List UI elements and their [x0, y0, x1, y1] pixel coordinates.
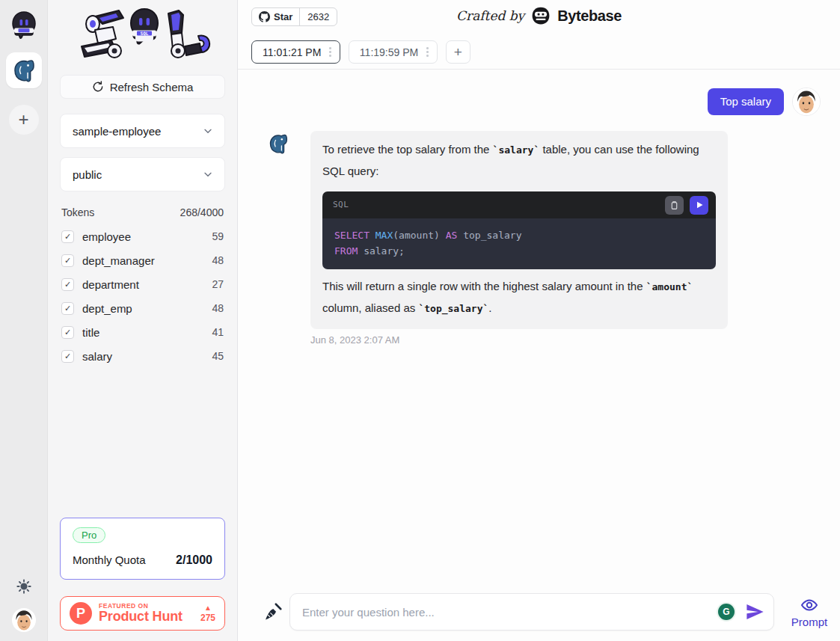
inline-code: `top_salary`: [418, 303, 488, 314]
logo-letter-s: [82, 10, 123, 58]
assistant-message-row: To retrieve the top salary from the `sal…: [268, 131, 840, 329]
rail-item-postgres-selected[interactable]: [6, 52, 42, 88]
assistant-avatar: [268, 132, 289, 153]
conversation-rail: +: [0, 0, 48, 641]
sun-icon: [16, 578, 32, 595]
connection-select-value: sample-employee: [73, 125, 202, 138]
refresh-schema-button[interactable]: Refresh Schema: [60, 75, 225, 99]
code-token: SELECT: [334, 230, 375, 241]
logo-robot-q: SQL: [131, 9, 158, 43]
assistant-intro-text: To retrieve the top salary from the `sal…: [322, 139, 716, 182]
table-token-count: 41: [212, 326, 224, 338]
code-block-body[interactable]: SELECT MAX(amount) AS top_salaryFROM sal…: [322, 218, 716, 269]
monthly-quota-value: 2/1000: [176, 553, 212, 567]
table-checkbox[interactable]: ✓: [61, 230, 74, 243]
table-checkbox[interactable]: ✓: [61, 254, 74, 267]
table-name: salary: [82, 350, 112, 363]
grammarly-icon[interactable]: G: [718, 604, 735, 620]
table-token-count: 27: [212, 278, 224, 290]
table-checkbox[interactable]: ✓: [61, 350, 74, 363]
product-hunt-upvotes: ▲ 275: [200, 604, 215, 622]
sql-chat-logo: SQL: [60, 4, 225, 67]
code-token: AS: [446, 230, 458, 241]
star-count: 2632: [299, 8, 337, 25]
conversation-tab[interactable]: 11:01:21 PM: [251, 40, 340, 64]
question-input[interactable]: [302, 606, 718, 619]
table-token-count: 59: [212, 230, 224, 242]
product-hunt-logo: P: [70, 602, 92, 625]
table-token-row: ✓salary45: [60, 344, 225, 368]
inline-code: `amount`: [646, 281, 693, 292]
table-checkbox[interactable]: ✓: [61, 278, 74, 291]
new-tab-button[interactable]: +: [446, 40, 470, 64]
sql-chat-app: +: [0, 0, 840, 641]
user-profile-avatar[interactable]: [12, 608, 36, 632]
run-query-button[interactable]: [690, 196, 708, 215]
tab-label: 11:19:59 PM: [360, 46, 418, 58]
sql-chat-bot-avatar[interactable]: [9, 10, 39, 42]
new-connection-button[interactable]: +: [9, 105, 39, 135]
chevron-down-icon: [202, 168, 214, 180]
table-name: dept_emp: [82, 302, 132, 315]
monthly-quota-label: Monthly Quota: [73, 553, 146, 566]
table-token-row: ✓department27: [60, 272, 225, 296]
connection-select[interactable]: sample-employee: [60, 114, 225, 148]
broom-icon: [263, 602, 283, 622]
bytebase-brand-name: Bytebase: [557, 7, 622, 25]
code-line: FROM salary;: [334, 243, 704, 259]
sql-code-block: SQL: [322, 191, 716, 269]
plus-icon: +: [18, 109, 28, 130]
user-message-row: Top salary: [238, 88, 821, 116]
code-token: salary;: [358, 245, 405, 257]
clear-conversation-button[interactable]: [263, 602, 283, 622]
schema-sidebar: SQL Refresh Schema: [48, 0, 238, 641]
tab-menu-icon[interactable]: [328, 45, 333, 59]
github-icon: [259, 11, 270, 22]
tab-menu-icon[interactable]: [425, 45, 430, 59]
table-token-count: 48: [212, 254, 224, 266]
crafted-by-text: Crafted by: [456, 8, 524, 23]
question-input-box: G: [289, 593, 774, 631]
topbar: Star 2632 Crafted by Bytebase: [238, 0, 840, 26]
code-token: MAX: [375, 230, 393, 241]
table-token-list: ✓employee59✓dept_manager48✓department27✓…: [60, 224, 225, 368]
table-checkbox[interactable]: ✓: [61, 302, 74, 315]
send-button[interactable]: [745, 602, 764, 622]
conversation-tab[interactable]: 11:19:59 PM: [349, 40, 438, 64]
table-token-count: 48: [212, 302, 224, 314]
theme-toggle-button[interactable]: [16, 578, 32, 595]
table-name: title: [82, 326, 99, 339]
postgresql-icon: [268, 132, 289, 155]
logo-letter-l: [168, 10, 209, 58]
inline-code: `salary`: [493, 144, 540, 156]
chat-main: Star 2632 Crafted by Bytebase 11:01:21 P…: [238, 0, 840, 641]
table-name: dept_manager: [82, 254, 155, 267]
table-token-row: ✓dept_manager48: [60, 248, 225, 272]
table-token-count: 45: [212, 350, 224, 362]
chevron-down-icon: [202, 125, 214, 137]
product-hunt-name: Product Hunt: [99, 610, 183, 624]
user-avatar: [792, 88, 821, 116]
logo-band-text: SQL: [140, 31, 148, 36]
prompt-button[interactable]: Prompt: [786, 596, 833, 628]
schema-select-value: public: [73, 168, 202, 181]
code-language-label: SQL: [333, 194, 349, 215]
composer: G Prompt: [238, 583, 840, 641]
product-hunt-badge[interactable]: P FEATURED ON Product Hunt ▲ 275: [60, 596, 225, 631]
assistant-outro-text: This will return a single row with the h…: [322, 276, 716, 319]
prompt-label: Prompt: [791, 616, 827, 628]
code-block-header: SQL: [322, 191, 716, 218]
star-label: Star: [274, 11, 292, 22]
copy-code-button[interactable]: [665, 196, 684, 215]
refresh-icon: [92, 81, 104, 93]
tokens-header: Tokens 268/4000: [60, 206, 225, 218]
pro-badge: Pro: [73, 527, 105, 543]
table-token-row: ✓dept_emp48: [60, 296, 225, 320]
code-token: FROM: [334, 245, 358, 257]
github-star-button[interactable]: Star 2632: [251, 7, 337, 26]
schema-select[interactable]: public: [60, 157, 225, 191]
tokens-usage: 268/4000: [180, 206, 224, 218]
table-checkbox[interactable]: ✓: [61, 326, 74, 339]
bytebase-logo-icon: [531, 6, 551, 25]
code-line: SELECT MAX(amount) AS top_salary: [334, 227, 704, 243]
